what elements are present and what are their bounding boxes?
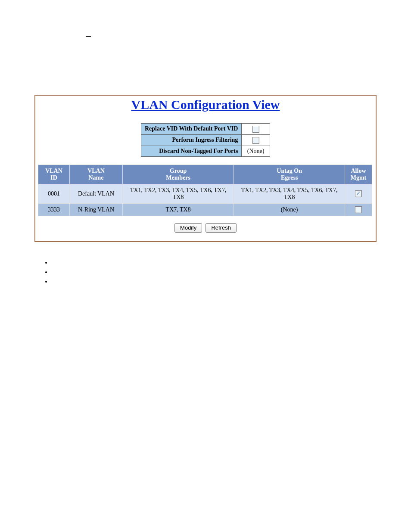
cell-group-members: TX1, TX2, TX3, TX4, TX5, TX6, TX7, TX8 <box>123 184 234 203</box>
vlan-table: VLANID VLANName GroupMembers Untag OnEgr… <box>38 165 372 217</box>
setting-label: Perform Ingress Filtering <box>141 134 242 146</box>
col-untag-egress: Untag OnEgress <box>234 165 345 184</box>
bullet-list <box>43 259 385 288</box>
setting-value: (None) <box>242 146 270 156</box>
list-item <box>52 269 385 278</box>
vlan-config-panel: VLAN Configuration View Replace VID With… <box>34 95 377 242</box>
checkbox-replace-vid[interactable] <box>252 126 259 133</box>
table-row: 0001 Default VLAN TX1, TX2, TX3, TX4, TX… <box>38 184 372 203</box>
setting-label: Discard Non-Tagged For Ports <box>141 146 242 156</box>
setting-value <box>242 134 270 146</box>
col-allow-mgmt: AllowMgmt <box>345 165 372 184</box>
modify-button[interactable]: Modify <box>174 223 202 233</box>
cell-group-members: TX7, TX8 <box>123 203 234 216</box>
cell-vlan-id: 0001 <box>38 184 70 203</box>
setting-row-replace-vid: Replace VID With Default Port VID <box>141 124 270 135</box>
checkbox-allow-mgmt[interactable] <box>355 190 362 197</box>
panel-title[interactable]: VLAN Configuration View <box>131 97 280 112</box>
button-row: Modify Refresh <box>35 223 376 233</box>
setting-row-discard: Discard Non-Tagged For Ports (None) <box>141 146 270 156</box>
cell-untag-egress: (None) <box>234 203 345 216</box>
col-vlan-id: VLANID <box>38 165 70 184</box>
setting-label: Replace VID With Default Port VID <box>141 124 242 135</box>
setting-value <box>242 124 270 135</box>
cell-untag-egress: TX1, TX2, TX3, TX4, TX5, TX6, TX7, TX8 <box>234 184 345 203</box>
col-group-members: GroupMembers <box>123 165 234 184</box>
setting-row-ingress: Perform Ingress Filtering <box>141 134 270 146</box>
cell-vlan-name: N-Ring VLAN <box>70 203 123 216</box>
cell-vlan-name: Default VLAN <box>70 184 123 203</box>
cell-allow-mgmt <box>345 203 372 216</box>
list-item <box>52 259 385 269</box>
small-dash-mark: – <box>86 30 385 39</box>
cell-vlan-id: 3333 <box>38 203 70 216</box>
checkbox-ingress-filtering[interactable] <box>252 137 259 144</box>
list-item <box>52 278 385 288</box>
settings-table: Replace VID With Default Port VID Perfor… <box>141 123 270 157</box>
checkbox-allow-mgmt[interactable] <box>355 206 362 213</box>
table-row: 3333 N-Ring VLAN TX7, TX8 (None) <box>38 203 372 216</box>
cell-allow-mgmt <box>345 184 372 203</box>
panel-title-wrap: VLAN Configuration View <box>35 96 376 115</box>
col-vlan-name: VLANName <box>70 165 123 184</box>
refresh-button[interactable]: Refresh <box>206 223 237 233</box>
